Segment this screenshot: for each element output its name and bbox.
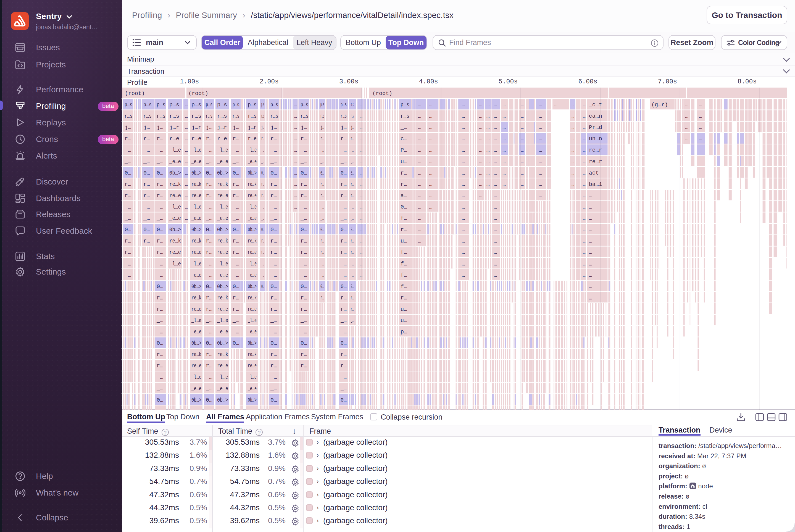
svg-text:…: …: [539, 102, 542, 108]
svg-text:_…: _…: [206, 147, 212, 153]
svg-text:0…: 0…: [270, 340, 277, 346]
svg-text:r…: r…: [157, 306, 163, 312]
svg-text:_e…e: _e…e: [169, 158, 181, 165]
svg-text:f…: f…: [400, 272, 407, 279]
svg-text:_…: _…: [351, 215, 354, 222]
svg-text:r…s: r…s: [206, 113, 212, 119]
svg-text:_…: _…: [206, 215, 212, 222]
svg-text:…: …: [487, 170, 490, 176]
svg-text:r…: r…: [320, 295, 324, 301]
svg-text:…: …: [521, 136, 524, 142]
svg-text:…: …: [583, 158, 586, 165]
svg-text:…: …: [494, 238, 497, 244]
svg-text:…: …: [521, 124, 524, 131]
svg-text:_…: _…: [206, 317, 212, 324]
svg-text:_…: _…: [206, 158, 212, 165]
svg-text:…: …: [185, 124, 188, 131]
svg-text:0…: 0…: [144, 170, 150, 176]
svg-text:…: …: [685, 113, 688, 119]
svg-text:…: …: [503, 102, 506, 108]
svg-text:…: …: [494, 227, 497, 233]
svg-text:…: …: [418, 170, 421, 176]
svg-text:…: …: [699, 124, 702, 131]
svg-text:…: …: [589, 215, 592, 222]
svg-text:p…s: p…s: [144, 102, 152, 108]
svg-text:_…: _…: [300, 215, 307, 222]
svg-text:_…: _…: [156, 215, 163, 222]
svg-text:_…: _…: [124, 204, 131, 210]
svg-text:0…: 0…: [261, 170, 264, 176]
svg-text:0…: 0…: [301, 283, 307, 290]
svg-text:0…: 0…: [320, 170, 324, 176]
svg-text:…: …: [418, 136, 421, 142]
svg-text:0b…>: 0b…>: [248, 340, 257, 346]
svg-text:…: …: [479, 158, 482, 165]
svg-text:_…: _…: [300, 329, 307, 335]
svg-text:j…: j…: [125, 124, 131, 131]
svg-text:0…: 0…: [206, 170, 212, 176]
svg-text:_e…e: _e…e: [191, 215, 201, 222]
svg-text:0…: 0…: [301, 227, 307, 233]
svg-text:…: …: [418, 238, 421, 244]
svg-text:…: …: [494, 113, 497, 119]
svg-text:r…: r…: [351, 192, 354, 199]
svg-text:r…: r…: [351, 306, 354, 312]
svg-text:j…r: j…r: [217, 124, 227, 131]
svg-text:r…: r…: [400, 227, 407, 233]
svg-text:…: …: [429, 113, 432, 119]
svg-text:_…: _…: [206, 204, 212, 210]
svg-text:…: …: [487, 181, 490, 188]
svg-text:…: …: [571, 147, 574, 153]
svg-text:_e…e: _e…e: [247, 329, 257, 335]
svg-text:…: …: [294, 113, 297, 119]
svg-text:re…r: re…r: [589, 158, 602, 165]
svg-text:_…: _…: [270, 329, 277, 335]
svg-text:r…: r…: [351, 249, 354, 255]
svg-text:re…e: re…e: [248, 363, 257, 369]
svg-text:r…: r…: [157, 295, 163, 301]
svg-text:r…: r…: [157, 352, 163, 358]
svg-text:…: …: [554, 102, 557, 108]
svg-text:_…: _…: [340, 261, 347, 267]
svg-text:r…: r…: [232, 181, 239, 188]
svg-text:_l…e: _l…e: [217, 204, 228, 210]
svg-text:j…: j…: [301, 124, 307, 131]
svg-text:…: …: [699, 136, 702, 142]
svg-text:_e…e: _e…e: [247, 386, 257, 392]
svg-text:p…s: p…s: [270, 102, 278, 108]
svg-text:0…: 0…: [157, 227, 163, 233]
svg-text:r…: r…: [301, 192, 307, 199]
svg-text:r…e: r…e: [191, 136, 201, 142]
svg-text:r…: r…: [206, 192, 212, 199]
svg-text:r…: r…: [341, 363, 347, 369]
svg-text:j…: j…: [270, 124, 277, 131]
svg-text:_…: _…: [320, 147, 324, 153]
svg-text:_…: _…: [270, 158, 277, 165]
svg-text:u…: u…: [400, 238, 407, 244]
svg-text:re…e: re…e: [191, 192, 201, 199]
svg-text:_…: _…: [270, 272, 277, 279]
svg-text:a…: a…: [400, 192, 407, 199]
svg-text:…: …: [583, 261, 586, 267]
svg-text:r…: r…: [270, 181, 277, 188]
svg-text:_…: _…: [300, 204, 307, 210]
svg-text:p…s: p…s: [351, 102, 354, 108]
svg-text:_…: _…: [261, 147, 264, 153]
svg-text:re…e: re…e: [191, 363, 201, 369]
svg-text:_e…e: _e…e: [217, 272, 228, 279]
svg-text:_…: _…: [143, 158, 150, 165]
svg-text:r…s: r…s: [301, 113, 308, 119]
svg-text:(root): (root): [125, 90, 145, 97]
svg-text:0…: 0…: [341, 340, 347, 346]
svg-text:r…: r…: [157, 192, 163, 199]
svg-text:…: …: [462, 227, 465, 233]
svg-text:…: …: [360, 204, 362, 210]
svg-text:…: …: [360, 102, 362, 108]
svg-text:f…: f…: [400, 261, 407, 267]
svg-text:0…: 0…: [157, 397, 163, 403]
svg-text:r…: r…: [301, 181, 307, 188]
svg-text:_…: _…: [351, 147, 354, 153]
svg-text:r…: r…: [144, 238, 150, 244]
svg-text:r…: r…: [206, 306, 212, 312]
svg-text:…: …: [487, 124, 490, 131]
